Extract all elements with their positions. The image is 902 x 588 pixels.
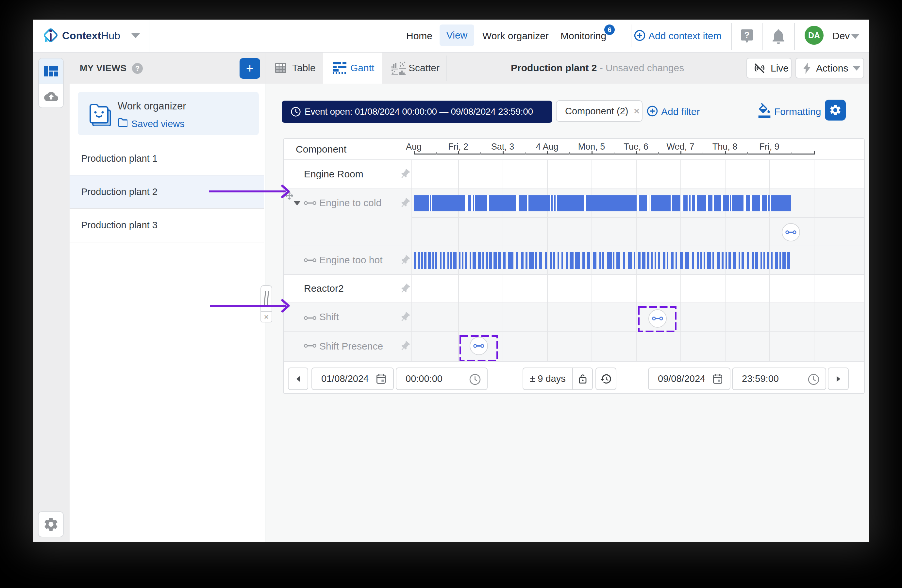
svg-text:?: ?	[744, 30, 750, 40]
